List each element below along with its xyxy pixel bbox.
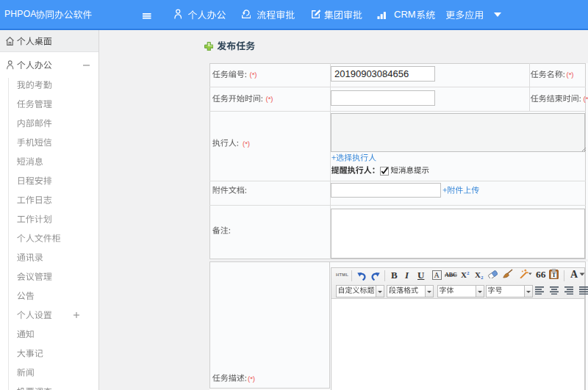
svg-text:T: T (552, 271, 556, 278)
